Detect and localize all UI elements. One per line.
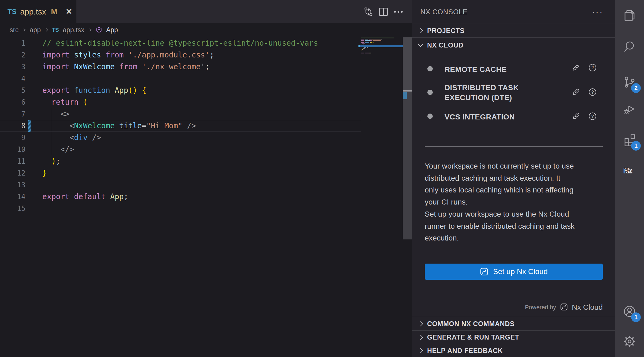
section-common-nx-commands[interactable]: COMMON NX COMMANDS [412,317,615,330]
chevron-right-icon [22,28,26,32]
overview-ruler [403,92,412,239]
svg-text:?: ? [591,65,594,70]
setup-instruction-text: Set up your workspace to use the Nx Clou… [425,208,607,244]
modified-badge: M [51,7,57,16]
powered-by-row: Powered by Nx Cloud [412,301,603,314]
chevron-down-icon [418,42,423,47]
section-label: PROJECTS [427,27,465,35]
close-tab-icon[interactable]: ✕ [65,7,72,17]
tab-filename: app.tsx [20,7,46,16]
section-label: COMMON NX COMMANDS [427,320,515,328]
code-line: 11 ); [0,155,361,167]
panel-more-actions-icon[interactable]: ··· [592,6,603,17]
chevron-right-icon [88,28,92,32]
code-line: 13 [0,179,361,191]
status-bullet [427,90,433,95]
help-question-icon[interactable]: ? [588,111,597,122]
extensions-badge: 1 [631,141,641,151]
breadcrumb-app-tsx[interactable]: app.tsx [63,26,84,34]
section-projects[interactable]: PROJECTS [412,24,615,37]
powered-by-label: Powered by [525,304,556,311]
nx-console-panel: NX CONSOLE ··· PROJECTS NX CLOUD REMOTE … [412,0,615,357]
chevron-right-icon [418,28,423,33]
explorer-files-icon[interactable] [615,1,644,30]
connect-plug-icon[interactable] [571,87,581,98]
code-line: 5export function App() { [0,85,361,96]
typescript-file-icon: TS [52,27,59,33]
activity-bar: 2 1 N≥ 1 [615,0,644,357]
tab-app-tsx[interactable]: TS app.tsx M ✕ [0,0,76,23]
svg-text:?: ? [591,90,594,94]
overview-cursor-marker [403,90,412,92]
split-editor-icon[interactable] [377,6,389,18]
code-line: 1// eslint-disable-next-line @typescript… [0,37,361,49]
breadcrumb-src[interactable]: src [10,26,18,34]
symbol-cube-icon [95,26,102,33]
code-line: 6 return ( [0,96,361,108]
nx-cloud-brand-label: Nx Cloud [572,303,603,312]
divider [425,146,603,147]
nx-cloud-logo-icon [480,267,489,276]
code-line: 3import NxWelcome from './nx-welcome'; [0,61,361,73]
code-line: 7 <> [0,108,361,120]
chevron-right-icon [45,28,48,32]
code-line: 9 <div /> [0,132,361,144]
code-line: 15 [0,203,361,214]
cloud-item-remote-cache: REMOTE CACHE [445,64,507,74]
section-label: GENERATE & RUN TARGET [427,333,519,341]
code-line: 14export default App; [0,191,361,203]
section-label: NX CLOUD [427,41,463,49]
code-line: 4 [0,73,361,85]
typescript-file-icon: TS [8,8,16,16]
breadcrumb-app-folder[interactable]: app [29,26,41,34]
code-line: 12} [0,167,361,179]
cloud-item-dte: DISTRIBUTED TASK EXECUTION (DTE) [445,83,536,103]
extensions-icon[interactable]: 1 [615,125,644,154]
nx-console-icon[interactable]: N≥ [615,156,644,185]
section-help-and-feedback[interactable]: HELP AND FEEDBACK [412,344,615,357]
workspace-status-text: Your workspace is not currently set up t… [425,160,607,208]
accounts-badge: 1 [631,312,641,322]
breadcrumb-symbol-app[interactable]: App [106,26,118,34]
code-line: 8 <NxWelcome title="Hi Mom" /> [0,120,361,132]
search-icon[interactable] [615,32,644,61]
chevron-right-icon [418,321,423,326]
section-label: HELP AND FEEDBACK [427,347,503,355]
chevron-right-icon [418,335,423,340]
help-question-icon[interactable]: ? [588,87,597,98]
minimap-modified-marker [358,45,360,47]
scm-badge: 2 [631,83,641,93]
connect-plug-icon[interactable] [571,63,581,74]
nx-cloud-logo-icon [560,303,568,312]
help-question-icon[interactable]: ? [588,63,597,74]
minimap-current-line [360,45,404,47]
editor-scrollbar[interactable] [403,37,412,91]
source-control-icon[interactable]: 2 [615,68,644,97]
chevron-right-icon [418,348,423,353]
breadcrumb: src app TS app.tsx App [10,23,118,36]
overview-modified-marker [403,92,407,99]
code-line: 10 </> [0,144,361,155]
connect-plug-icon[interactable] [571,111,581,122]
run-debug-icon[interactable] [615,94,644,123]
setup-button-label: Set up Nx Cloud [493,267,548,276]
panel-title: NX CONSOLE [420,0,468,24]
svg-text:N≥: N≥ [623,167,632,175]
svg-text:?: ? [591,114,594,119]
setup-nx-cloud-button[interactable]: Set up Nx Cloud [425,264,603,280]
accounts-icon[interactable]: 1 [615,297,644,326]
editor-region: TS app.tsx M ✕ src app [0,0,412,357]
section-generate-run-target[interactable]: GENERATE & RUN TARGET [412,330,615,344]
status-bullet [427,66,433,71]
cloud-item-vcs: VCS INTEGRATION [445,112,515,122]
section-nx-cloud[interactable]: NX CLOUD [412,37,615,53]
code-line: 2import styles from './app.module.css'; [0,49,361,61]
settings-gear-icon[interactable] [615,327,644,356]
code-editor[interactable]: 1// eslint-disable-next-line @typescript… [0,37,361,214]
open-changes-icon[interactable] [362,6,374,18]
status-bullet [427,114,433,119]
tab-bar: TS app.tsx M ✕ [0,0,412,23]
more-actions-icon[interactable] [393,6,404,18]
